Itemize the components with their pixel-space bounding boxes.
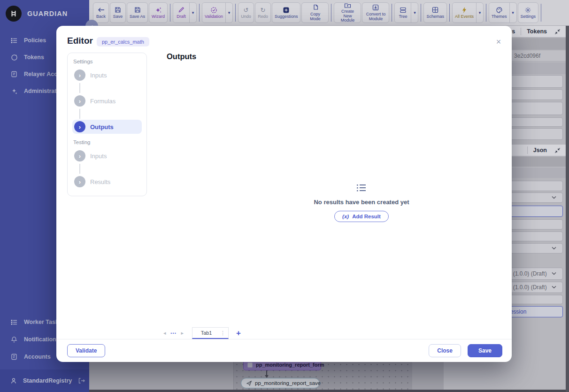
result-tabs-bar: ◂ ⋯ ▸ Tab1 ⋮ + — [161, 327, 241, 339]
modal-title: Editor — [67, 36, 93, 46]
modal-footer: Validate Close Save — [67, 344, 502, 357]
fx-prefix: (x) — [342, 214, 349, 219]
close-icon[interactable]: × — [493, 37, 504, 47]
tabs-scroll-left-icon[interactable]: ◂ — [161, 330, 168, 336]
policy-name-badge: pp_er_calcs_math — [97, 37, 149, 46]
tab-tab1[interactable]: Tab1 ⋮ — [192, 327, 229, 339]
step-settings-outputs[interactable]: › Outputs — [72, 120, 142, 134]
step-testing-results[interactable]: › Results — [72, 175, 142, 189]
step-chevron-icon: › — [74, 69, 85, 81]
validate-button[interactable]: Validate — [67, 344, 105, 357]
empty-state: No results have been created yet (x) Add… — [221, 184, 502, 222]
stepper-connector — [79, 164, 80, 174]
screen: GUARDIAN Policies Tokens Relayer Account… — [0, 0, 569, 392]
stepper-connector — [79, 109, 80, 119]
content-heading: Outputs — [167, 52, 196, 61]
add-result-button[interactable]: (x) Add Result — [334, 211, 389, 222]
save-modal-button[interactable]: Save — [468, 344, 502, 357]
list-empty-icon — [356, 184, 367, 192]
tabs-overflow-icon[interactable]: ⋯ — [168, 330, 179, 337]
stepper-panel: Settings › Inputs › Formulas › Outputs T… — [67, 53, 147, 196]
add-tab-button[interactable]: + — [236, 329, 241, 338]
empty-state-message: No results have been created yet — [221, 199, 502, 206]
step-settings-formulas[interactable]: › Formulas — [72, 94, 142, 108]
stepper-section-testing: Testing — [73, 139, 142, 145]
stepper-connector — [79, 83, 80, 93]
footer-divider — [56, 339, 512, 339]
step-chevron-icon: › — [74, 176, 85, 187]
step-settings-inputs[interactable]: › Inputs — [72, 68, 142, 82]
step-chevron-icon: › — [74, 150, 85, 161]
editor-modal: Editor pp_er_calcs_math × Settings › Inp… — [56, 26, 512, 362]
tab-menu-icon[interactable]: ⋮ — [220, 330, 225, 336]
step-testing-inputs[interactable]: › Inputs — [72, 149, 142, 163]
add-result-label: Add Result — [352, 214, 381, 219]
step-chevron-icon: › — [74, 121, 85, 132]
tabs-scroll-right-icon[interactable]: ▸ — [179, 330, 186, 336]
step-chevron-icon: › — [74, 95, 85, 107]
close-button[interactable]: Close — [429, 344, 461, 357]
stepper-section-settings: Settings — [73, 59, 142, 64]
